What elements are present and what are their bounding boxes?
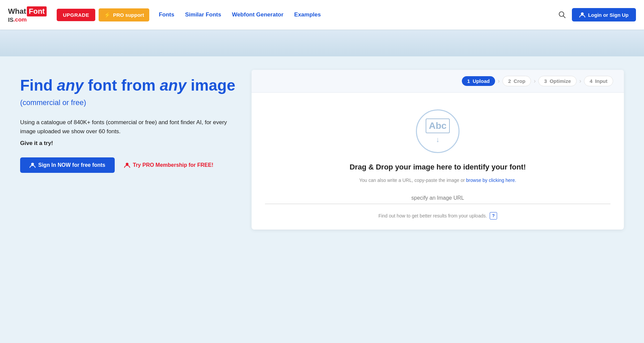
left-column: Find any font from any image (commercial…: [20, 70, 238, 173]
description: Using a catalogue of 840K+ fonts (commer…: [20, 118, 238, 136]
step-2-num: 2: [508, 78, 511, 84]
svg-point-2: [581, 12, 584, 15]
user-icon: [579, 12, 585, 18]
drop-arrow-icon: ↓: [436, 135, 440, 144]
step-sep-1: ›: [498, 78, 500, 85]
step-sep-3: ›: [579, 78, 581, 85]
step-2-label: Crop: [514, 78, 525, 84]
search-icon: [558, 11, 566, 18]
svg-point-3: [31, 163, 34, 165]
step-1-num: 1: [467, 78, 470, 84]
logo-what: What: [8, 8, 26, 15]
logo-is: IS: [8, 17, 13, 23]
headline-find: Find: [20, 77, 57, 94]
step-input[interactable]: 4 Input: [584, 76, 613, 86]
lightning-icon: ⚡: [104, 12, 111, 18]
header: What Font IS .com UPGRADE ⚡ PRO support …: [0, 0, 644, 30]
give-try: Give it a try!: [20, 140, 238, 147]
step-upload[interactable]: 1 Upload: [462, 76, 495, 86]
headline-font: font from: [88, 77, 160, 94]
headline-image: image: [191, 77, 235, 94]
steps-bar: 1 Upload › 2 Crop › 3 Optimize › 4 Input: [252, 70, 624, 93]
user-icon-pro: [124, 162, 130, 168]
step-sep-2: ›: [534, 78, 536, 85]
svg-point-4: [126, 163, 128, 165]
nav-examples[interactable]: Examples: [294, 11, 321, 18]
nav-similar-fonts[interactable]: Similar Fonts: [185, 11, 221, 18]
main-nav: Fonts Similar Fonts Webfont Generator Ex…: [159, 11, 558, 18]
upgrade-button[interactable]: UPGRADE: [57, 9, 95, 21]
help-text: Find out how to get better results from …: [378, 213, 487, 218]
step-crop[interactable]: 2 Crop: [502, 76, 531, 86]
help-badge[interactable]: ?: [490, 212, 497, 219]
pro-support-button[interactable]: ⚡ PRO support: [99, 8, 150, 21]
search-button[interactable]: [558, 11, 566, 18]
logo-dotcom: .com: [13, 16, 27, 23]
step-1-label: Upload: [473, 78, 490, 84]
url-input[interactable]: [265, 192, 610, 204]
pro-free-button[interactable]: Try PRO Membership for FREE!: [124, 162, 213, 168]
hero-band: [0, 30, 644, 56]
url-input-row: [265, 192, 610, 204]
nav-fonts[interactable]: Fonts: [159, 11, 174, 18]
step-3-label: Optimize: [550, 78, 571, 84]
svg-line-1: [564, 16, 566, 18]
drop-icon-circle: Abc ↓: [416, 109, 460, 153]
drop-subtitle: You can also write a URL, copy-paste the…: [359, 178, 516, 183]
login-button[interactable]: Login or Sign Up: [572, 8, 636, 21]
step-3-num: 3: [544, 78, 547, 84]
sub-headline: (commercial or free): [20, 98, 238, 107]
cta-row: Sign In NOW for free fonts Try PRO Membe…: [20, 157, 238, 173]
user-icon-signin: [30, 162, 36, 168]
step-4-num: 4: [590, 78, 592, 84]
pro-free-label: Try PRO Membership for FREE!: [133, 162, 213, 168]
upload-panel: 1 Upload › 2 Crop › 3 Optimize › 4 Input…: [252, 70, 624, 230]
drop-subtitle-prefix: You can also write a URL, copy-paste the…: [359, 178, 466, 183]
help-row: Find out how to get better results from …: [378, 212, 497, 219]
main-headline: Find any font from any image: [20, 77, 238, 94]
login-label: Login or Sign Up: [588, 12, 629, 18]
nav-webfont-generator[interactable]: Webfont Generator: [232, 11, 283, 18]
step-4-label: Input: [595, 78, 607, 84]
headline-any1: any: [57, 77, 84, 94]
signin-label: Sign In NOW for free fonts: [38, 162, 105, 168]
step-optimize[interactable]: 3 Optimize: [538, 76, 577, 86]
abc-icon: Abc: [426, 118, 450, 133]
pro-support-label: PRO support: [113, 12, 144, 18]
header-right: Login or Sign Up: [558, 8, 636, 21]
main-content: Find any font from any image (commercial…: [0, 56, 644, 258]
logo[interactable]: What Font IS .com: [8, 6, 47, 23]
drop-zone[interactable]: Abc ↓ Drag & Drop your image here to ide…: [252, 93, 624, 230]
headline-any2: any: [160, 77, 186, 94]
drop-title: Drag & Drop your image here to identify …: [350, 162, 526, 172]
signin-button[interactable]: Sign In NOW for free fonts: [20, 157, 115, 173]
logo-font: Font: [27, 6, 47, 16]
browse-link[interactable]: browse by clicking here.: [466, 178, 516, 183]
